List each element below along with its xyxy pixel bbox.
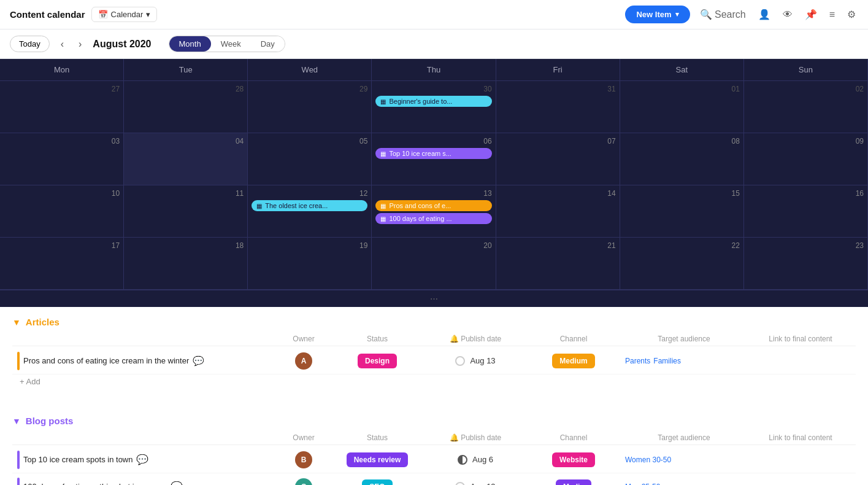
cal-cell-w2-d4[interactable]: 14	[496, 185, 620, 238]
cal-cell-w1-d1[interactable]: 04	[124, 133, 248, 185]
cal-cell-w3-d4[interactable]: 21	[496, 238, 620, 290]
articles-row-1-title: Pros and cons of eating ice cream in the…	[23, 356, 189, 365]
event-icon: ▦	[256, 203, 262, 209]
top-nav-left: Content calendar 📅 Calendar ▾	[10, 7, 157, 22]
cal-cell-w0-d3[interactable]: 30▦Beginner's guide to...	[372, 81, 496, 133]
articles-row-1-status-cell: Design	[328, 354, 426, 368]
articles-row-1-tag-2[interactable]: Families	[653, 357, 681, 365]
blog-row-2-chat-icon[interactable]: 💬	[171, 481, 183, 485]
cal-cell-w2-d3[interactable]: 13▦Pros and cons of e...▦100 days of eat…	[372, 185, 496, 238]
today-button[interactable]: Today	[10, 36, 50, 52]
settings-icon[interactable]: ⚙	[845, 6, 858, 23]
blog-row-1-channel[interactable]: Website	[552, 452, 595, 467]
eye-icon[interactable]: 👁	[780, 7, 795, 23]
month-view-button[interactable]: Month	[169, 36, 211, 52]
event-icon: ▦	[380, 150, 386, 157]
blog-row-1-channel-cell: Website	[524, 452, 623, 467]
calendar-toolbar: Today ‹ › August 2020 Month Week Day	[0, 29, 868, 59]
articles-collapse-icon[interactable]: ▼	[12, 317, 21, 327]
blog-row-1-chat-icon[interactable]: 💬	[136, 454, 148, 465]
event-icon: ▦	[380, 98, 386, 105]
cal-date-w0-d2: 29	[252, 85, 367, 96]
cal-cell-w3-d6[interactable]: 23	[744, 238, 868, 290]
cal-date-w3-d3: 20	[375, 241, 491, 252]
cal-date-w3-d0: 17	[4, 241, 120, 252]
cal-cell-w1-d0[interactable]: 03	[0, 133, 124, 185]
prev-month-button[interactable]: ‹	[57, 37, 67, 51]
blog-row-2-avatar: C	[295, 478, 312, 486]
resize-handle[interactable]: ⋯	[0, 290, 868, 307]
cal-date-w1-d5: 08	[624, 137, 740, 148]
cal-date-w2-d5: 15	[624, 189, 740, 200]
week-view-button[interactable]: Week	[211, 36, 251, 52]
new-item-button[interactable]: New Item ▾	[625, 6, 689, 23]
articles-row-1-channel-cell: Medium	[524, 354, 623, 368]
articles-row-1-status[interactable]: Design	[358, 354, 397, 368]
search-button[interactable]: 🔍 Search	[697, 6, 748, 23]
articles-section: ▼ Articles Owner Status 🔔 Publish date C…	[0, 307, 868, 396]
blog-collapse-icon[interactable]: ▼	[12, 416, 21, 426]
user-icon[interactable]: 👤	[756, 6, 773, 23]
cal-date-w2-d0: 10	[4, 189, 120, 200]
cal-cell-w1-d2[interactable]: 05	[248, 133, 372, 185]
blog-row-1-avatar: B	[295, 451, 312, 468]
cal-cell-w2-d1[interactable]: 11	[124, 185, 248, 238]
cal-cell-w2-d5[interactable]: 15	[620, 185, 744, 238]
cal-cell-w0-d0[interactable]: 27	[0, 81, 124, 133]
pin-icon[interactable]: 📌	[802, 6, 820, 23]
cal-event-w2-d3-e0[interactable]: ▦Pros and cons of e...	[375, 200, 491, 211]
cal-cell-w1-d4[interactable]: 07	[496, 133, 620, 185]
articles-add-row[interactable]: + Add	[12, 374, 856, 391]
blog-row-2-status[interactable]: SEO	[362, 479, 392, 486]
blog-row-2-channel[interactable]: Media	[556, 479, 591, 486]
cal-cell-w2-d6[interactable]: 16	[744, 185, 868, 238]
cal-event-w0-d3-e0[interactable]: ▦Beginner's guide to...	[375, 96, 491, 107]
blog-row-2-tag-1[interactable]: Men 25-50	[625, 483, 660, 486]
cal-cell-w1-d3[interactable]: 06▦Top 10 ice cream s...	[372, 133, 496, 185]
cal-cell-w1-d5[interactable]: 08	[620, 133, 744, 185]
view-selector-btn[interactable]: 📅 Calendar ▾	[91, 7, 158, 22]
articles-col-link: Link to final content	[745, 335, 856, 343]
blog-row-1-owner: B	[279, 451, 328, 468]
filter-icon[interactable]: ≡	[827, 7, 837, 23]
top-nav-right: New Item ▾ 🔍 Search 👤 👁 📌 ≡ ⚙	[625, 6, 858, 23]
cal-cell-w1-d6[interactable]: 09	[744, 133, 868, 185]
header-fri: Fri	[496, 59, 620, 81]
cal-cell-w3-d3[interactable]: 20	[372, 238, 496, 290]
blog-section-title: Blog posts	[26, 416, 74, 426]
articles-row-1-chat-icon[interactable]: 💬	[193, 355, 204, 367]
articles-row-1-tags: Parents Families	[623, 357, 745, 365]
cal-cell-w0-d4[interactable]: 31	[496, 81, 620, 133]
articles-row-1-channel[interactable]: Medium	[552, 354, 594, 368]
cal-cell-w3-d5[interactable]: 22	[620, 238, 744, 290]
cal-cell-w0-d1[interactable]: 28	[124, 81, 248, 133]
cal-cell-w0-d6[interactable]: 02	[744, 81, 868, 133]
cal-date-w0-d5: 01	[624, 85, 740, 96]
articles-row-1-tag-1[interactable]: Parents	[625, 357, 650, 365]
blog-row-2-date-cell: Aug 13	[426, 482, 524, 486]
articles-row-1-owner: A	[279, 352, 328, 370]
articles-col-owner: Owner	[279, 335, 328, 343]
search-icon: 🔍	[700, 9, 712, 20]
cal-event-w2-d3-e1[interactable]: ▦100 days of eating ...	[375, 213, 491, 224]
new-item-chevron-icon: ▾	[675, 10, 679, 18]
day-view-button[interactable]: Day	[251, 36, 285, 52]
app-title: Content calendar	[10, 9, 85, 20]
cal-date-w1-d0: 03	[4, 137, 120, 148]
blog-row-1-tag-1[interactable]: Women 30-50	[625, 456, 671, 464]
cal-cell-w3-d2[interactable]: 19	[248, 238, 372, 290]
cal-cell-w3-d1[interactable]: 18	[124, 238, 248, 290]
blog-row-1-date: Aug 6	[472, 455, 493, 464]
blog-row-1-status[interactable]: Needs review	[347, 452, 409, 467]
cal-cell-w3-d0[interactable]: 17	[0, 238, 124, 290]
cal-cell-w0-d5[interactable]: 01	[620, 81, 744, 133]
next-month-button[interactable]: ›	[75, 37, 85, 51]
cal-cell-w2-d0[interactable]: 10	[0, 185, 124, 238]
cal-cell-w0-d2[interactable]: 29	[248, 81, 372, 133]
cal-event-w1-d3-e0[interactable]: ▦Top 10 ice cream s...	[375, 148, 491, 159]
cal-cell-w2-d2[interactable]: 12▦The oldest ice crea...	[248, 185, 372, 238]
blog-row-1-circle	[458, 455, 467, 465]
blog-row-2-indicator	[17, 478, 20, 486]
cal-event-w2-d2-e0[interactable]: ▦The oldest ice crea...	[252, 200, 367, 211]
cal-date-w0-d0: 27	[4, 85, 120, 96]
